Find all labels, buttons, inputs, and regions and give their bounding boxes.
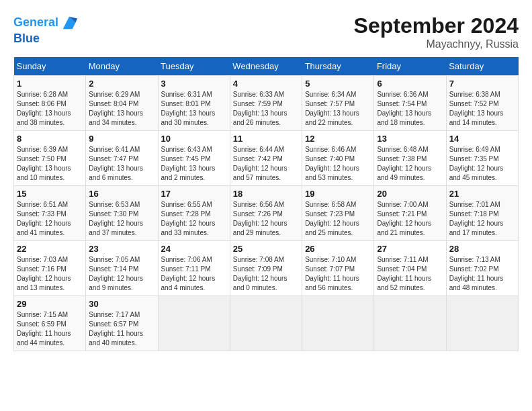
day-info: Sunrise: 7:03 AM Sunset: 7:16 PM Dayligh…: [17, 255, 83, 293]
calendar-week-2: 8Sunrise: 6:39 AM Sunset: 7:50 PM Daylig…: [14, 131, 519, 186]
day-info: Sunrise: 7:17 AM Sunset: 6:57 PM Dayligh…: [89, 310, 154, 348]
calendar-cell: 3Sunrise: 6:31 AM Sunset: 8:01 PM Daylig…: [158, 76, 230, 131]
day-number: 6: [377, 79, 443, 89]
logo-text: GeneralBlue: [13, 13, 79, 46]
calendar-cell: 6Sunrise: 6:36 AM Sunset: 7:54 PM Daylig…: [374, 76, 446, 131]
day-number: 24: [161, 244, 227, 254]
calendar-cell: 29Sunrise: 7:15 AM Sunset: 6:59 PM Dayli…: [14, 296, 86, 351]
calendar-cell: [374, 296, 446, 351]
calendar-cell: 14Sunrise: 6:49 AM Sunset: 7:35 PM Dayli…: [446, 131, 518, 186]
calendar-cell: 22Sunrise: 7:03 AM Sunset: 7:16 PM Dayli…: [14, 241, 86, 296]
day-info: Sunrise: 6:34 AM Sunset: 7:57 PM Dayligh…: [305, 90, 371, 128]
day-number: 17: [161, 189, 227, 199]
subtitle: Mayachnyy, Russia: [354, 38, 519, 50]
calendar-cell: 15Sunrise: 6:51 AM Sunset: 7:33 PM Dayli…: [14, 186, 86, 241]
day-number: 1: [17, 79, 83, 89]
calendar-cell: 30Sunrise: 7:17 AM Sunset: 6:57 PM Dayli…: [86, 296, 158, 351]
calendar-cell: 19Sunrise: 6:58 AM Sunset: 7:23 PM Dayli…: [302, 186, 374, 241]
day-info: Sunrise: 6:49 AM Sunset: 7:35 PM Dayligh…: [449, 145, 515, 183]
day-info: Sunrise: 6:33 AM Sunset: 7:59 PM Dayligh…: [233, 90, 299, 128]
calendar-cell: 10Sunrise: 6:43 AM Sunset: 7:45 PM Dayli…: [158, 131, 230, 186]
calendar-week-3: 15Sunrise: 6:51 AM Sunset: 7:33 PM Dayli…: [14, 186, 519, 241]
weekday-header-tuesday: Tuesday: [158, 57, 230, 76]
day-info: Sunrise: 7:05 AM Sunset: 7:14 PM Dayligh…: [89, 255, 154, 293]
calendar-cell: 4Sunrise: 6:33 AM Sunset: 7:59 PM Daylig…: [230, 76, 302, 131]
day-info: Sunrise: 6:46 AM Sunset: 7:40 PM Dayligh…: [305, 145, 371, 183]
day-number: 23: [89, 244, 154, 254]
day-number: 9: [89, 134, 154, 144]
logo: GeneralBlue: [13, 13, 79, 46]
calendar-week-5: 29Sunrise: 7:15 AM Sunset: 6:59 PM Dayli…: [14, 296, 519, 351]
day-number: 2: [89, 79, 154, 89]
day-info: Sunrise: 7:01 AM Sunset: 7:18 PM Dayligh…: [449, 200, 515, 238]
calendar-cell: 27Sunrise: 7:11 AM Sunset: 7:04 PM Dayli…: [374, 241, 446, 296]
calendar-cell: 9Sunrise: 6:41 AM Sunset: 7:47 PM Daylig…: [86, 131, 158, 186]
day-info: Sunrise: 6:29 AM Sunset: 8:04 PM Dayligh…: [89, 90, 154, 128]
weekday-header-wednesday: Wednesday: [230, 57, 302, 76]
logo-icon: [60, 13, 79, 32]
weekday-header-monday: Monday: [86, 57, 158, 76]
day-info: Sunrise: 7:13 AM Sunset: 7:02 PM Dayligh…: [449, 255, 515, 293]
day-number: 12: [305, 134, 371, 144]
calendar-cell: 11Sunrise: 6:44 AM Sunset: 7:42 PM Dayli…: [230, 131, 302, 186]
calendar-week-4: 22Sunrise: 7:03 AM Sunset: 7:16 PM Dayli…: [14, 241, 519, 296]
day-info: Sunrise: 6:31 AM Sunset: 8:01 PM Dayligh…: [161, 90, 227, 128]
calendar-cell: 13Sunrise: 6:48 AM Sunset: 7:38 PM Dayli…: [374, 131, 446, 186]
day-number: 7: [449, 79, 515, 89]
day-info: Sunrise: 6:41 AM Sunset: 7:47 PM Dayligh…: [89, 145, 154, 183]
day-number: 21: [449, 189, 515, 199]
day-number: 5: [305, 79, 371, 89]
calendar-week-1: 1Sunrise: 6:28 AM Sunset: 8:06 PM Daylig…: [14, 76, 519, 131]
calendar-cell: 5Sunrise: 6:34 AM Sunset: 7:57 PM Daylig…: [302, 76, 374, 131]
day-info: Sunrise: 6:55 AM Sunset: 7:28 PM Dayligh…: [161, 200, 227, 238]
calendar-cell: [446, 296, 518, 351]
day-number: 8: [17, 134, 83, 144]
day-number: 18: [233, 189, 299, 199]
day-info: Sunrise: 6:36 AM Sunset: 7:54 PM Dayligh…: [377, 90, 443, 128]
calendar-cell: [230, 296, 302, 351]
day-info: Sunrise: 6:44 AM Sunset: 7:42 PM Dayligh…: [233, 145, 299, 183]
day-number: 29: [17, 299, 83, 309]
calendar-cell: 1Sunrise: 6:28 AM Sunset: 8:06 PM Daylig…: [14, 76, 86, 131]
calendar-cell: 24Sunrise: 7:06 AM Sunset: 7:11 PM Dayli…: [158, 241, 230, 296]
calendar-cell: 25Sunrise: 7:08 AM Sunset: 7:09 PM Dayli…: [230, 241, 302, 296]
calendar-cell: 21Sunrise: 7:01 AM Sunset: 7:18 PM Dayli…: [446, 186, 518, 241]
day-number: 13: [377, 134, 443, 144]
day-number: 22: [17, 244, 83, 254]
day-number: 4: [233, 79, 299, 89]
day-number: 10: [161, 134, 227, 144]
calendar-cell: 12Sunrise: 6:46 AM Sunset: 7:40 PM Dayli…: [302, 131, 374, 186]
calendar-cell: 26Sunrise: 7:10 AM Sunset: 7:07 PM Dayli…: [302, 241, 374, 296]
day-number: 3: [161, 79, 227, 89]
calendar-cell: 28Sunrise: 7:13 AM Sunset: 7:02 PM Dayli…: [446, 241, 518, 296]
day-number: 27: [377, 244, 443, 254]
day-info: Sunrise: 7:00 AM Sunset: 7:21 PM Dayligh…: [377, 200, 443, 238]
calendar-body: 1Sunrise: 6:28 AM Sunset: 8:06 PM Daylig…: [14, 76, 519, 351]
day-number: 16: [89, 189, 154, 199]
calendar-cell: 23Sunrise: 7:05 AM Sunset: 7:14 PM Dayli…: [86, 241, 158, 296]
weekday-header-friday: Friday: [374, 57, 446, 76]
day-info: Sunrise: 6:56 AM Sunset: 7:26 PM Dayligh…: [233, 200, 299, 238]
day-info: Sunrise: 6:38 AM Sunset: 7:52 PM Dayligh…: [449, 90, 515, 128]
day-number: 30: [89, 299, 154, 309]
day-info: Sunrise: 6:48 AM Sunset: 7:38 PM Dayligh…: [377, 145, 443, 183]
day-number: 14: [449, 134, 515, 144]
day-info: Sunrise: 6:43 AM Sunset: 7:45 PM Dayligh…: [161, 145, 227, 183]
day-number: 25: [233, 244, 299, 254]
weekday-header-saturday: Saturday: [446, 57, 518, 76]
weekday-header-row: SundayMondayTuesdayWednesdayThursdayFrid…: [14, 57, 519, 76]
calendar-cell: 7Sunrise: 6:38 AM Sunset: 7:52 PM Daylig…: [446, 76, 518, 131]
calendar-cell: 20Sunrise: 7:00 AM Sunset: 7:21 PM Dayli…: [374, 186, 446, 241]
calendar-cell: [302, 296, 374, 351]
calendar-cell: [158, 296, 230, 351]
title-section: September 2024 Mayachnyy, Russia: [354, 13, 519, 50]
day-number: 20: [377, 189, 443, 199]
weekday-header-sunday: Sunday: [14, 57, 86, 76]
day-info: Sunrise: 6:39 AM Sunset: 7:50 PM Dayligh…: [17, 145, 83, 183]
day-info: Sunrise: 6:51 AM Sunset: 7:33 PM Dayligh…: [17, 200, 83, 238]
main-title: September 2024: [354, 13, 519, 38]
day-number: 19: [305, 189, 371, 199]
day-info: Sunrise: 7:10 AM Sunset: 7:07 PM Dayligh…: [305, 255, 371, 293]
day-info: Sunrise: 6:58 AM Sunset: 7:23 PM Dayligh…: [305, 200, 371, 238]
calendar-cell: 8Sunrise: 6:39 AM Sunset: 7:50 PM Daylig…: [14, 131, 86, 186]
